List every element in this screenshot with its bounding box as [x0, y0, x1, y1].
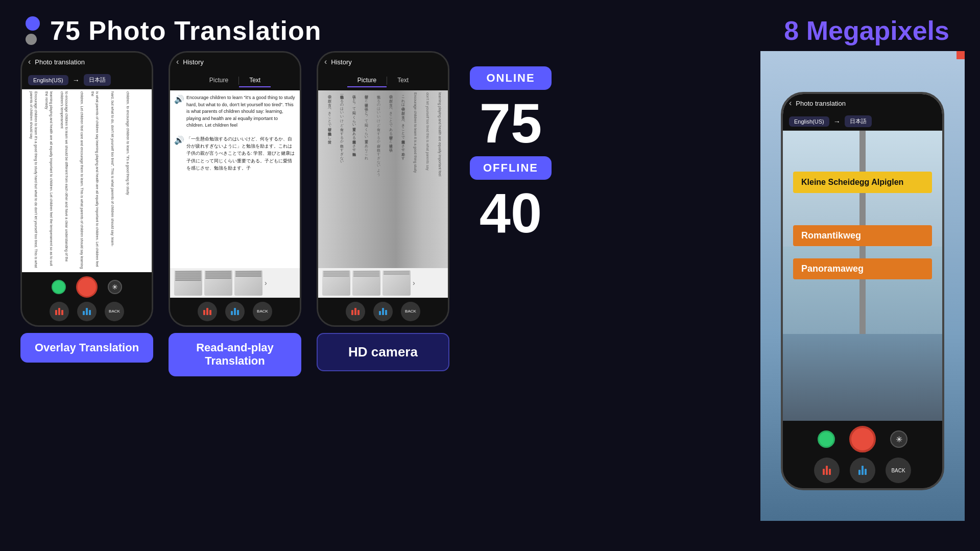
- phone2-text-jp: 「一生懸命勉強するのはいいけど、何をするか、自分が疲れすぎないように」と勉強を励…: [186, 135, 296, 172]
- phone2-text-en: Encourage children to learn "it's a good…: [186, 94, 296, 129]
- phone2-topbar: ‹ History: [170, 53, 300, 71]
- large-phone-ctrl-2[interactable]: [850, 458, 875, 483]
- large-phone-title: Photo translation: [796, 100, 846, 107]
- large-phone-back-btn[interactable]: BACK: [886, 458, 911, 483]
- phone3-thumb-more[interactable]: ›: [413, 270, 415, 296]
- large-phone-star-btn[interactable]: ✳: [890, 430, 907, 448]
- right-section: ‹ Photo translation English(US) → 日本語: [760, 51, 965, 521]
- phone1-lang-arrow: →: [73, 76, 80, 84]
- phone1-title: Photo translation: [35, 58, 85, 66]
- phone2-speaker1-icon[interactable]: 🔊: [174, 94, 184, 104]
- phone3-text-col-5: 勉強するのはいいけど何をするか自分が疲れすぎないよう: [369, 92, 380, 266]
- phone-frame-2: ‹ History Picture Text 🔊 Encourage child…: [169, 51, 301, 327]
- phone1-text-col-3: to encourage children to learn we should…: [55, 91, 69, 270]
- phone1-red-btn[interactable]: [76, 276, 98, 298]
- large-phone-green-btn[interactable]: [818, 430, 835, 448]
- megapixels-label: 8 Megapixels: [784, 15, 949, 46]
- large-phone-screen: ‹ Photo translation English(US) → 日本語: [783, 94, 942, 421]
- phone2-speaker2-icon[interactable]: 🔊: [174, 135, 184, 145]
- page-title: 75 Photo Translation: [50, 15, 321, 46]
- phone3-ctrl-btn-1[interactable]: [346, 302, 365, 321]
- sign-orange2: Panoramaweg: [793, 258, 932, 279]
- phone1-star-btn[interactable]: ✳: [108, 280, 122, 294]
- phone2-thumb-more[interactable]: ›: [265, 270, 267, 296]
- phone3-feature-text: HD camera: [328, 344, 438, 360]
- phone3-thumb-3[interactable]: [383, 270, 411, 296]
- phone2-tab-text[interactable]: Text: [239, 74, 271, 87]
- phone1-topbar: ‹ Photo translation: [22, 53, 152, 71]
- phone2-back-btn[interactable]: BACK: [253, 302, 272, 321]
- sign-yellow: Kleine Scheidegg Alpiglen: [793, 172, 932, 193]
- phone2-ctrl-btn-1[interactable]: [198, 302, 217, 321]
- phone1-lang-from[interactable]: English(US): [28, 75, 68, 85]
- large-phone-topbar: ‹ Photo translation: [783, 94, 942, 112]
- large-phone-red-btn[interactable]: [849, 426, 876, 452]
- phone2-ctrl-btn-2[interactable]: [225, 302, 245, 321]
- stats-section: ONLINE 75 OFFLINE 40: [465, 51, 557, 256]
- phone3-back-icon[interactable]: ‹: [324, 57, 327, 66]
- phone3-text-col-9: don't let yourself too tired this is wha…: [418, 92, 429, 266]
- phone3-tabbar: Picture Text: [318, 71, 448, 90]
- header-left: 75 Photo Translation: [26, 15, 321, 46]
- phone2-thumb-3[interactable]: [234, 270, 262, 296]
- large-phone-cam-row: ✳: [818, 426, 907, 452]
- phone3-ctrl-btn-2[interactable]: [373, 302, 393, 321]
- large-phone-lang-to[interactable]: 日本語: [845, 115, 872, 127]
- phone2-bars-red-icon: [203, 308, 211, 315]
- phone3-thumb-1[interactable]: [322, 270, 350, 296]
- offline-number: 40: [480, 185, 542, 241]
- phone1-ctrl-btn-2[interactable]: [77, 302, 97, 321]
- phone3-back-label: BACK: [405, 309, 416, 314]
- main-content: ‹ Photo translation English(US) → 日本語 En…: [0, 51, 980, 521]
- large-phone-back-icon[interactable]: ‹: [789, 99, 792, 108]
- large-phone-ctrl-row: BACK: [814, 458, 911, 483]
- phone1-green-btn[interactable]: [52, 280, 66, 294]
- phone2-thumb-1[interactable]: [174, 270, 202, 296]
- phone1-bars-red-icon: [55, 308, 63, 315]
- dot-gray-icon: [26, 34, 37, 45]
- online-label: ONLINE: [486, 71, 535, 84]
- phone3-tab-picture[interactable]: Picture: [347, 74, 387, 87]
- header: 75 Photo Translation 8 Megapixels: [0, 0, 980, 51]
- phone1-text-col-5: is what parents of children say learning…: [85, 91, 100, 270]
- phone3-text-col-10: learning playing and health are equally …: [431, 92, 442, 266]
- large-phone-bars-blue-icon: [858, 466, 867, 475]
- phone3-thumb-2[interactable]: [352, 270, 380, 296]
- phone1-bars-blue-icon: [83, 308, 91, 315]
- phone2-content: 🔊 Encourage children to learn "it's a go…: [170, 90, 300, 268]
- phone1-content: Encourage children to learn it's a good …: [22, 89, 152, 272]
- large-phone-bars-red-icon: [823, 466, 831, 475]
- large-phone-sign-image: Kleine Scheidegg Alpiglen Romantikweg Pa…: [783, 131, 942, 421]
- phone-frame-3: ‹ History Picture Text 子供の親が言うべきことで学習遊び健…: [317, 51, 449, 327]
- large-phone-frame: ‹ Photo translation English(US) → 日本語: [781, 92, 944, 490]
- phone2-feature-text: Read-and-play Translation: [179, 341, 291, 368]
- phone1-back-icon[interactable]: ‹: [28, 57, 31, 66]
- phone2-back-icon[interactable]: ‹: [176, 57, 179, 66]
- phone1-back-label: BACK: [109, 309, 120, 314]
- large-phone-ctrl-1[interactable]: [814, 458, 840, 483]
- phone-card-1: ‹ Photo translation English(US) → 日本語 En…: [20, 51, 153, 363]
- phone3-back-btn[interactable]: BACK: [401, 302, 420, 321]
- phone2-thumbs-strip: ›: [170, 268, 300, 298]
- phone1-back-btn[interactable]: BACK: [105, 302, 124, 321]
- phone-card-3: ‹ History Picture Text 子供の親が言うべきことで学習遊び健…: [317, 51, 449, 371]
- large-phone-bottom: ✳ BACK: [783, 421, 942, 488]
- sign-ground: [783, 334, 942, 421]
- phone3-text-col-3: 子供にとって同じくらい重要である愛情感じさせ勉強励: [345, 92, 356, 266]
- phone2-tabbar: Picture Text: [170, 71, 300, 90]
- phone2-tab-picture[interactable]: Picture: [199, 74, 238, 87]
- large-phone-lang-arrow: →: [833, 117, 841, 126]
- phone1-ctrl-btn-1[interactable]: [50, 302, 69, 321]
- phone3-bottom: BACK: [318, 298, 448, 325]
- phone3-topbar: ‹ History: [318, 53, 448, 71]
- phone1-text-col-4: children. Let children feel care and enc…: [70, 91, 84, 270]
- phone1-lang-to[interactable]: 日本語: [84, 74, 111, 86]
- phone2-title: History: [183, 58, 203, 66]
- phone2-thumb-2[interactable]: [204, 270, 232, 296]
- large-phone-lang-from[interactable]: English(US): [789, 116, 829, 127]
- phone1-camera-row: ✳: [52, 276, 122, 298]
- phone1-text-block: Encourage children to learn it's a good …: [22, 89, 152, 272]
- phone3-tab-text[interactable]: Text: [387, 74, 419, 87]
- phone2-bottom: BACK: [170, 298, 300, 325]
- phone1-feature-text: Overlay Translation: [31, 341, 143, 354]
